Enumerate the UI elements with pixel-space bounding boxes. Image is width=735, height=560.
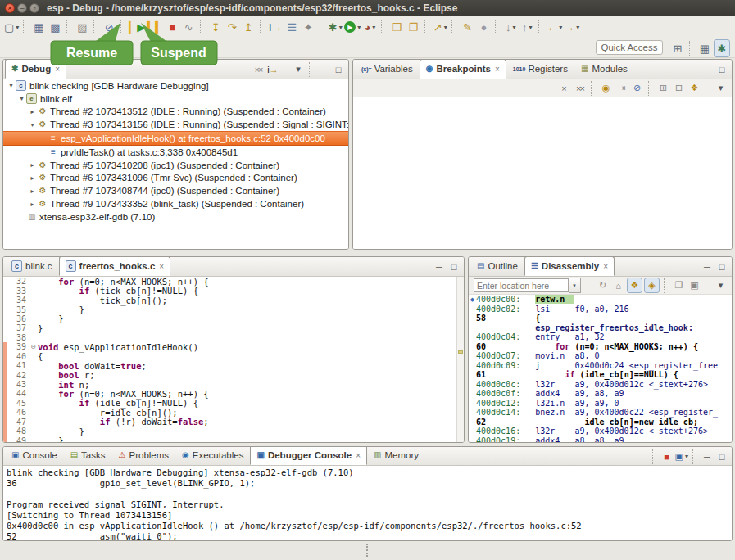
remove-breakpoint-icon[interactable]: × <box>557 81 571 95</box>
back-dropdown-icon[interactable]: ▾ <box>559 24 562 31</box>
disassembly-line[interactable]: esp_register_freertos_idle_hook: <box>469 323 732 333</box>
debug-tree-item[interactable]: ▾eblink.elf <box>3 93 348 106</box>
view-menu-icon[interactable]: ▾ <box>714 81 728 95</box>
disassembly-line[interactable]: 400d0c14: bnez.n a9, 0x400d0c22 <esp_reg… <box>469 408 732 418</box>
maximize-icon[interactable]: □ <box>447 260 461 273</box>
sash-handle[interactable] <box>366 544 370 557</box>
code-line[interactable]: 42 bool r; <box>3 370 464 379</box>
open-new-view-icon[interactable]: ❐ <box>672 278 686 292</box>
sync-active-context-icon[interactable]: ◈ <box>644 278 660 293</box>
disassembly-content[interactable]: ◆400d0c00: retw.n 400d0c02: lsi f0, a0, … <box>469 295 732 443</box>
minimize-icon[interactable]: ─ <box>317 62 330 76</box>
code-line[interactable]: 45 if (idle_cb[n]!=NULL) { <box>3 399 464 408</box>
debug-button-dropdown-icon[interactable]: ▾ <box>339 24 343 31</box>
location-input[interactable] <box>474 278 569 292</box>
home-icon[interactable]: ⌂ <box>611 278 625 292</box>
close-tab-icon[interactable]: × <box>495 65 500 74</box>
code-line[interactable]: 38 <box>3 333 464 342</box>
back-icon[interactable]: ←▾ <box>547 19 562 35</box>
console-tab-tasks[interactable]: ▤Tasks <box>64 446 112 465</box>
save-all-icon[interactable]: ▩ <box>48 19 62 35</box>
minimize-icon[interactable]: ─ <box>701 62 714 76</box>
editor-content[interactable]: 32 for (n=0; n<MAX_HOOKS; n++) {33 if (t… <box>3 277 464 443</box>
console-content[interactable]: blink checking [GDB Hardware Debugging] … <box>3 466 732 541</box>
disassembly-line[interactable]: 400d0c0c: l32r a9, 0x400d012c <_stext+27… <box>469 380 732 390</box>
console-tab-problems[interactable]: ⚠Problems <box>112 446 176 465</box>
open-element-icon[interactable]: ❒ <box>389 19 404 35</box>
views-tab-outline[interactable]: ▤Outline <box>470 256 524 276</box>
build-icon[interactable]: ▨ <box>75 19 89 35</box>
pin-view-icon[interactable]: ▣ <box>687 278 701 292</box>
disassembly-line[interactable]: 60 for (n=0; n<MAX_HOOKS; n++) { <box>469 342 732 352</box>
views-tab-breakpoints[interactable]: ◉Breakpoints× <box>420 59 506 79</box>
code-line[interactable]: 36 } <box>3 314 464 323</box>
editor-tab-blink-c[interactable]: cblink.c <box>5 256 59 276</box>
collapse-arrow-icon[interactable]: ▾ <box>7 82 16 89</box>
fold-collapse-icon[interactable]: ⊖ <box>29 343 38 350</box>
maximize-icon[interactable]: □ <box>715 62 728 76</box>
show-selection-icon[interactable]: ● <box>476 19 491 35</box>
run-button-dropdown-icon[interactable]: ▾ <box>357 24 361 31</box>
cpp-perspective-icon[interactable]: ▦ <box>697 40 712 56</box>
remove-all-terminated-icon[interactable]: ×× <box>252 62 265 76</box>
view-menu-icon[interactable]: ▾ <box>292 62 305 76</box>
disassembly-line[interactable]: 400d0c07: movi.n a8, 0 <box>469 351 732 361</box>
minimize-button[interactable]: – <box>17 3 27 13</box>
disassembly-current-line[interactable]: ◆400d0c00: retw.n <box>469 295 732 305</box>
quick-access-button[interactable]: Quick Access <box>596 40 663 55</box>
code-line[interactable]: 41 bool doWait=true; <box>3 361 464 370</box>
collapse-arrow-icon[interactable]: ▾ <box>28 121 37 129</box>
views-tab-variables[interactable]: (x)=Variables <box>355 59 420 79</box>
expand-arrow-icon[interactable]: ▸ <box>28 108 37 115</box>
resume-icon[interactable]: ▎▶ <box>129 19 145 35</box>
collapse-all-icon[interactable]: ⊟ <box>672 81 686 95</box>
debug-tab-debug[interactable]: ✱Debug× <box>5 59 66 79</box>
launch-dropdown-icon[interactable]: ▾ <box>444 24 447 31</box>
step-over-icon[interactable]: ↷ <box>225 19 239 35</box>
maximize-icon[interactable]: □ <box>332 62 345 76</box>
run-button-icon[interactable]: ▶▾ <box>344 19 361 35</box>
open-perspective-icon[interactable]: ⊞ <box>670 40 685 56</box>
minimize-icon[interactable]: ─ <box>701 260 714 273</box>
disassembly-line[interactable]: 400d0c02: lsi f0, a0, 216 <box>469 305 732 314</box>
disassembly-line[interactable]: 400d0c09: j 0x400d0c24 <esp_register_fre… <box>469 361 732 371</box>
views-tab-disassembly[interactable]: ☰Disassembly× <box>524 256 615 276</box>
previous-annotation-dropdown-icon[interactable]: ▾ <box>529 24 533 31</box>
close-tab-icon[interactable]: × <box>356 451 361 460</box>
debug-perspective-icon[interactable]: ✱ <box>714 39 730 57</box>
debug-tree-item[interactable]: ▸⚙Thread #5 1073410208 (ipc1) (Suspended… <box>3 159 348 172</box>
console-tab-executables[interactable]: ◉Executables <box>175 446 250 465</box>
trace-icon[interactable]: ✦ <box>301 19 315 35</box>
overview-ruler[interactable] <box>456 277 464 443</box>
skip-all-breakpoints-icon[interactable]: ⊘ <box>630 81 644 95</box>
forward-icon[interactable]: →▾ <box>564 19 579 35</box>
location-dropdown-icon[interactable]: ▾ <box>569 278 581 293</box>
launch-icon[interactable]: ↗▾ <box>433 19 447 35</box>
code-line[interactable]: 48 } <box>3 427 464 436</box>
debug-tree-item[interactable]: ▸⚙Thread #7 1073408744 (ipc0) (Suspended… <box>3 184 348 197</box>
debug-tree-item-selected[interactable]: ≡esp_vApplicationIdleHook() at freertos_… <box>3 131 348 146</box>
debug-tree-item[interactable]: ▾cblink checking [GDB Hardware Debugging… <box>3 79 348 93</box>
open-resource-icon[interactable]: ❐ <box>406 19 420 35</box>
next-annotation-dropdown-icon[interactable]: ▾ <box>513 24 516 31</box>
save-icon[interactable]: ▦ <box>31 19 46 35</box>
view-menu-icon[interactable]: ▾ <box>714 278 728 292</box>
code-line[interactable]: 47 if (!r) doWait=false; <box>3 418 464 427</box>
display-selected-console-icon[interactable]: ▣▾ <box>675 449 688 463</box>
use-step-filters-icon[interactable]: ☰ <box>284 19 299 35</box>
code-line[interactable]: 37} <box>3 323 464 332</box>
expand-all-icon[interactable]: ⊞ <box>656 81 670 95</box>
debug-tree-item[interactable]: ▾⚙Thread #3 1073413156 (IDLE : Running) … <box>3 118 348 131</box>
track-expression-icon[interactable]: ❖ <box>627 278 642 293</box>
console-tab-memory[interactable]: ▥Memory <box>367 446 425 465</box>
previous-annotation-icon[interactable]: ↑▾ <box>519 19 534 35</box>
expand-arrow-icon[interactable]: ▸ <box>28 201 37 208</box>
views-tab-registers[interactable]: 1010Registers <box>506 59 574 79</box>
debug-tree-item[interactable]: ≡prvIdleTask() at tasks.c:3,338 0x400845… <box>3 146 348 159</box>
collapse-arrow-icon[interactable]: ▾ <box>17 95 26 102</box>
disassembly-line[interactable]: 58 { <box>469 314 732 323</box>
code-line[interactable]: 32 for (n=0; n<MAX_HOOKS; n++) { <box>3 277 464 286</box>
code-line[interactable]: 44 for (n=0; n<MAX_HOOKS; n++) { <box>3 389 464 398</box>
minimize-icon[interactable]: ─ <box>701 449 714 463</box>
debug-button-icon[interactable]: ✱▾ <box>328 19 343 35</box>
